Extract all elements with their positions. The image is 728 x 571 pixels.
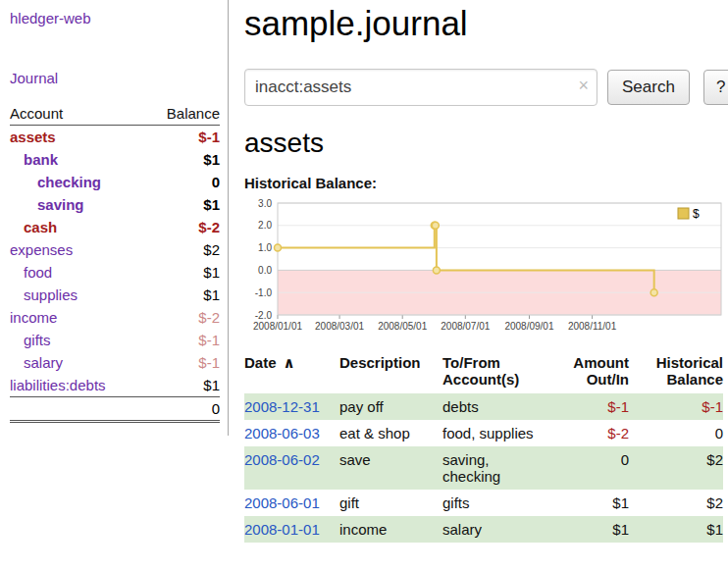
data-point-marker [650,289,657,296]
chart-title: Historical Balance: [244,175,728,191]
transaction-amount: $-1 [558,393,629,420]
account-heading: assets [244,128,728,159]
account-balance: $1 [145,284,220,306]
main-content: sample.journal × Search ? assets Histori… [229,0,728,543]
transactions-table: Date∧ Description To/From Account(s) Amo… [244,352,723,543]
clear-search-icon[interactable]: × [578,76,589,95]
transaction-date-cell: 2008-12-31 [244,393,339,420]
transaction-description: pay off [339,393,442,420]
x-axis-label: 2008/01/01 [253,321,302,332]
search-bar: × Search ? [244,69,728,106]
account-name-cell: assets [10,126,145,149]
transaction-date-link[interactable]: 2008-06-03 [244,425,320,441]
account-rows: assets$-1bank$1checking0saving$1cash$-2e… [10,126,220,397]
transaction-date-link[interactable]: 2008-12-31 [244,398,320,415]
transaction-date-cell: 2008-01-01 [244,516,339,543]
account-row: gifts$-1 [10,329,220,351]
account-row: liabilities:debts$1 [10,374,220,397]
account-link[interactable]: saving [37,196,84,213]
y-axis-label: 3.0 [258,198,272,209]
account-name-cell: cash [10,216,145,238]
account-link[interactable]: assets [10,129,56,145]
balance-chart: 3.02.01.00.0-1.0-2.02008/01/012008/03/01… [244,195,725,340]
transaction-balance: 0 [629,420,723,446]
accounts-total-spacer [10,397,145,422]
account-name-cell: bank [10,148,145,171]
accounts-header-balance: Balance [145,102,220,126]
transaction-row[interactable]: 2008-01-01incomesalary$1$1 [244,516,723,543]
brand-link[interactable]: hledger-web [10,10,220,26]
date-header-label: Date [244,354,277,371]
account-balance: $-1 [145,126,220,149]
account-link[interactable]: supplies [24,286,78,303]
accounts-table: Account Balance assets$-1bank$1checking0… [10,102,220,423]
transaction-description: save [339,446,442,490]
search-button[interactable]: Search [607,70,690,105]
account-link[interactable]: bank [24,151,58,168]
column-header-description: Description [339,352,442,393]
transaction-date-link[interactable]: 2008-06-01 [244,494,320,511]
transaction-balance: $-1 [629,393,723,420]
transaction-date-cell: 2008-06-03 [244,420,339,446]
account-balance: $-1 [145,329,220,351]
y-axis-label: 2.0 [258,221,272,232]
transaction-date-link[interactable]: 2008-06-02 [244,451,320,468]
transaction-amount: $1 [558,516,629,543]
account-link[interactable]: cash [24,219,57,235]
help-button[interactable]: ? [703,70,728,105]
transaction-balance: $1 [629,516,723,543]
page-title: sample.journal [244,4,728,43]
transaction-description: income [339,516,442,543]
column-header-balance: Historical Balance [629,352,723,393]
sidebar: hledger-web Journal Account Balance asse… [0,0,229,436]
data-point-marker [433,267,440,274]
transaction-date-link[interactable]: 2008-01-01 [244,521,320,538]
x-axis-label: 2008/11/01 [568,321,617,332]
transaction-accounts: food, supplies [442,420,558,446]
transaction-row[interactable]: 2008-06-02savesaving, checking0$2 [244,446,723,490]
transaction-balance: $2 [629,490,723,516]
account-name-cell: salary [10,351,145,374]
y-axis-label: 1.0 [258,242,272,253]
account-name-cell: checking [10,171,145,193]
transaction-rows: 2008-12-31pay offdebts$-1$-12008-06-03ea… [244,393,723,543]
nav-journal-link[interactable]: Journal [10,70,220,86]
transactions-header-row: Date∧ Description To/From Account(s) Amo… [244,352,723,393]
account-row: bank$1 [10,148,220,171]
transaction-row[interactable]: 2008-06-01giftgifts$1$2 [244,490,723,516]
account-row: saving$1 [10,193,220,216]
data-point-marker [275,244,282,251]
account-row: expenses$2 [10,238,220,261]
account-link[interactable]: checking [37,174,101,190]
search-input[interactable] [244,69,598,106]
account-row: checking0 [10,171,220,193]
account-balance: 0 [145,171,220,193]
accounts-header-account: Account [10,102,145,126]
account-row: salary$-1 [10,351,220,374]
transaction-row[interactable]: 2008-12-31pay offdebts$-1$-1 [244,393,723,420]
account-link[interactable]: food [24,264,52,281]
transaction-accounts: debts [442,393,558,420]
account-link[interactable]: salary [24,354,63,371]
account-name-cell: supplies [10,284,145,306]
account-link[interactable]: liabilities:debts [10,377,106,393]
account-balance: $1 [145,374,220,397]
transaction-amount: 0 [558,446,629,490]
column-header-date[interactable]: Date∧ [244,352,339,393]
x-axis-label: 2008/03/01 [315,321,364,332]
account-link[interactable]: expenses [10,241,73,258]
account-row: supplies$1 [10,284,220,306]
account-link[interactable]: gifts [24,332,51,348]
account-balance: $-1 [145,351,220,374]
account-balance: $1 [145,148,220,171]
account-balance: $-2 [145,216,220,238]
account-name-cell: liabilities:debts [10,374,145,397]
sort-ascending-icon: ∧ [284,354,295,371]
transaction-row[interactable]: 2008-06-03eat & shopfood, supplies$-20 [244,420,723,446]
y-axis-label: -1.0 [255,287,273,298]
account-link[interactable]: income [10,309,57,326]
column-header-amount: Amount Out/In [558,352,629,393]
transaction-amount: $1 [558,490,629,516]
transaction-description: gift [339,490,442,516]
transaction-accounts: gifts [442,490,558,516]
